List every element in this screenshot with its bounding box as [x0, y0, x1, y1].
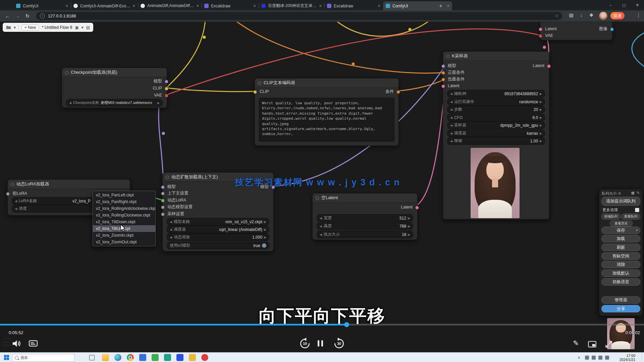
right-arrow-icon[interactable]: ▶ [264, 228, 266, 231]
right-arrow-icon[interactable]: ▶ [264, 220, 266, 224]
app-icon-4[interactable] [176, 354, 183, 361]
model-name-widget[interactable]: ◀模型名称mm_sd_v15_v2.ckpt▶ [167, 218, 269, 226]
panel-edit-icon[interactable]: ✎ [637, 191, 640, 195]
left-arrow-icon[interactable]: ◀ [450, 100, 452, 104]
right-arrow-icon[interactable]: ▶ [408, 217, 410, 220]
collapse-dot-icon[interactable] [316, 196, 319, 200]
node-ksampler[interactable]: K采样器 模型 Latent 正面条件 负面条件 Latent ◀随机种8918… [443, 51, 549, 220]
browser-tab[interactable]: Excalidraw× [202, 1, 259, 10]
speed-extension-button[interactable]: 提速 [610, 12, 625, 19]
queue-front-button[interactable]: 前端队列 [601, 214, 621, 220]
node-header[interactable]: CLIP文本编码器 [255, 78, 398, 87]
prompt-textarea[interactable]: Worst quality, low quality, poor proport… [259, 98, 394, 141]
left-arrow-icon[interactable]: ◀ [170, 236, 172, 239]
manager-button[interactable]: 管理器 [601, 296, 640, 304]
browser-tab[interactable]: AnimateDiff,AnimateDiff的…× [138, 1, 202, 10]
pip-button[interactable] [588, 340, 597, 349]
node-header[interactable]: Checkpoint加载器(简易) [62, 68, 167, 77]
load-button[interactable]: 加载 [601, 235, 640, 242]
left-arrow-icon[interactable]: ◀ [320, 225, 322, 228]
app-icon-5[interactable] [189, 354, 196, 361]
collapse-dot-icon[interactable] [166, 176, 169, 179]
browser-menu-icon[interactable]: ⋮ [636, 12, 641, 18]
reload-button[interactable]: ↻ [23, 12, 32, 20]
show-desktop-button[interactable] [642, 353, 644, 362]
rewind-10-button[interactable]: 10 [299, 337, 311, 350]
cfg-widget[interactable]: ◀CFG6.0▶ [447, 114, 545, 121]
node-empty-latent[interactable]: 空Latent Latent ◀宽度512▶ ◀高度768▶ ◀批次大小16▶ [312, 193, 418, 240]
bookmark-star-icon[interactable]: ☆ [555, 13, 559, 18]
taskbar-search-box[interactable]: 搜索 [12, 354, 74, 362]
image-output-dot[interactable] [610, 27, 614, 31]
new-tab-button[interactable]: + [437, 2, 445, 10]
context-input-dot[interactable] [161, 192, 165, 195]
latent-input-dot[interactable] [441, 84, 445, 88]
model-input-dot[interactable] [161, 185, 165, 189]
chrome-icon[interactable] [127, 354, 134, 361]
refresh-button[interactable]: 刷新 [601, 244, 640, 251]
save-workflow-icon[interactable]: ▤ [86, 25, 90, 30]
folder-icon[interactable] [6, 25, 11, 29]
folder-caret-icon[interactable]: ▾ [14, 25, 16, 30]
sample-settings-input-dot[interactable] [161, 213, 165, 216]
right-arrow-icon[interactable]: ▶ [540, 108, 542, 111]
motion-lora-input-dot[interactable] [161, 199, 165, 202]
node-header[interactable]: K采样器 [443, 52, 549, 61]
batch-size-widget[interactable]: ◀批次大小16▶ [317, 231, 413, 238]
tab-close-icon[interactable]: × [319, 3, 322, 8]
positive-input-dot[interactable] [441, 71, 445, 75]
dropdown-item[interactable]: v2_lora_PanRight.ckpt [93, 198, 155, 205]
left-arrow-icon[interactable]: ◀ [450, 116, 452, 119]
queue-prompt-button[interactable]: 添加提示词队列 [601, 197, 640, 206]
browser-tab[interactable]: Excalidraw× [324, 1, 383, 10]
task-view-button[interactable] [89, 355, 95, 360]
tab-close-icon[interactable]: × [196, 3, 199, 8]
left-arrow-icon[interactable]: ◀ [69, 101, 71, 105]
new-workflow-button[interactable]: + New [21, 24, 39, 31]
dropdown-item[interactable]: v2_lora_ZoomIn.ckpt [93, 232, 155, 239]
width-widget[interactable]: ◀宽度512▶ [317, 214, 413, 222]
app-icon-3[interactable] [164, 354, 171, 361]
download-icon[interactable]: ↓ [578, 12, 585, 18]
collapse-dot-icon[interactable] [11, 183, 14, 186]
node-clip-text-encode[interactable]: CLIP文本编码器 CLIP 条件 Worst quality, low qua… [255, 78, 399, 146]
toggle-language-button[interactable]: 切换语言 [601, 278, 640, 286]
save-caret-icon[interactable]: ▼ [636, 227, 638, 234]
dropdown-item[interactable]: v2_lora_RollingClockwise.ckpt [93, 212, 155, 219]
site-info-icon[interactable]: i [40, 13, 45, 18]
more-options-button[interactable]: ⋯ [621, 338, 629, 347]
window-close-button[interactable]: ✕ [631, 0, 644, 10]
clear-button[interactable]: 清除 [601, 261, 640, 268]
left-arrow-icon[interactable]: ◀ [15, 207, 17, 210]
node-vae-decode-partial[interactable]: Latent 图像 VAE [540, 21, 612, 40]
pause-button[interactable] [317, 340, 324, 348]
volume-button[interactable] [11, 339, 21, 349]
progress-bar-played[interactable] [0, 324, 346, 325]
motion-model-settings-input-dot[interactable] [161, 205, 165, 209]
latent-input-dot[interactable] [539, 27, 542, 31]
tray-icon[interactable] [598, 356, 602, 360]
tray-icon[interactable] [585, 356, 589, 360]
model-input-dot[interactable] [441, 64, 445, 68]
view-history-button[interactable]: 查看历史 [610, 221, 633, 227]
left-arrow-icon[interactable]: ◀ [320, 217, 322, 220]
left-arrow-icon[interactable]: ◀ [15, 199, 17, 203]
model-output-dot[interactable] [165, 80, 168, 83]
scheduler-widget[interactable]: ◀调度器karras▶ [447, 129, 545, 137]
sampler-widget[interactable]: ◀采样器dpmpp_2m_sde_gpu▶ [447, 121, 545, 129]
right-arrow-icon[interactable]: ▶ [540, 116, 542, 119]
fullscreen-button[interactable] [604, 340, 613, 349]
negative-input-dot[interactable] [441, 78, 445, 81]
vae-output-dot[interactable] [165, 94, 168, 98]
right-arrow-icon[interactable]: ▶ [408, 233, 410, 236]
left-arrow-icon[interactable]: ◀ [450, 139, 452, 143]
left-arrow-icon[interactable]: ◀ [450, 108, 452, 111]
steps-widget[interactable]: ◀步数20▶ [447, 106, 545, 113]
panel-grid-icon[interactable]: ▦ [631, 191, 635, 195]
latent-output-dot[interactable] [547, 64, 551, 68]
dropdown-item[interactable]: v2_lora_ZoomOut.ckpt [93, 239, 155, 245]
clip-input-dot[interactable] [253, 90, 257, 94]
use-v2-toggle-widget[interactable]: 使用v2模型true [167, 242, 269, 249]
load-default-button[interactable]: 加载默认 [601, 269, 640, 277]
address-bar[interactable]: i 127.0.0.1:8188 ☆ [36, 12, 562, 20]
